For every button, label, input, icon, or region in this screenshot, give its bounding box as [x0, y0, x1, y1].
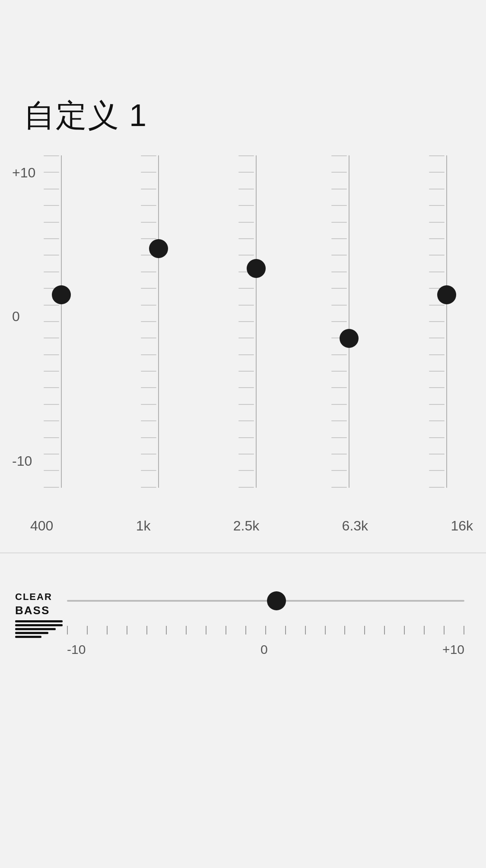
bass-ticks — [67, 626, 464, 639]
x-labels: 400 1k 2.5k 6.3k 16k — [30, 518, 473, 534]
clear-bass-bass-text: BASS — [15, 604, 63, 617]
bass-scale: -10 0 +10 — [67, 626, 464, 652]
x-label-2.5k: 2.5k — [233, 518, 259, 534]
ticks-1k — [141, 155, 176, 488]
clear-bass-lines — [15, 620, 63, 638]
x-label-16k: 16k — [451, 518, 473, 534]
clear-bass-clear-text: CLEAR — [15, 591, 63, 603]
logo-line-5 — [15, 636, 41, 638]
bass-label-min: -10 — [67, 642, 86, 657]
band-col-1k — [141, 155, 176, 488]
x-label-400: 400 — [30, 518, 53, 534]
bass-labels: -10 0 +10 — [67, 642, 464, 657]
y-label-mid: 0 — [12, 309, 20, 325]
bass-label-mid: 0 — [260, 642, 268, 657]
knob-16k[interactable] — [437, 285, 456, 304]
y-label-bottom: -10 — [12, 453, 32, 469]
logo-line-3 — [15, 628, 56, 630]
ticks-400 — [44, 155, 79, 488]
bass-slider-track[interactable] — [67, 600, 464, 602]
ticks-2.5k — [238, 155, 274, 488]
ticks-16k — [429, 155, 464, 488]
divider — [0, 552, 486, 553]
band-col-400 — [44, 155, 79, 488]
clear-bass-section: CLEAR BASS — [0, 565, 486, 716]
x-label-1k: 1k — [136, 518, 151, 534]
ticks-container — [30, 155, 473, 488]
band-col-16k — [429, 155, 464, 488]
clear-bass-logo: CLEAR BASS — [15, 591, 63, 638]
eq-area: +10 0 -10 — [0, 155, 486, 509]
knob-2.5k[interactable] — [247, 259, 266, 278]
page-title: 自定义 1 — [24, 95, 147, 136]
logo-line-2 — [15, 624, 63, 626]
logo-line-1 — [15, 620, 63, 622]
knob-1k[interactable] — [149, 239, 168, 258]
x-label-6.3k: 6.3k — [342, 518, 368, 534]
knob-400[interactable] — [52, 285, 71, 304]
logo-line-4 — [15, 632, 48, 634]
band-col-2.5k — [238, 155, 274, 488]
knob-6.3k[interactable] — [340, 329, 359, 348]
ticks-6.3k — [331, 155, 367, 488]
bass-slider-knob[interactable] — [267, 591, 286, 610]
bass-label-max: +10 — [442, 642, 464, 657]
band-col-6.3k — [331, 155, 367, 488]
